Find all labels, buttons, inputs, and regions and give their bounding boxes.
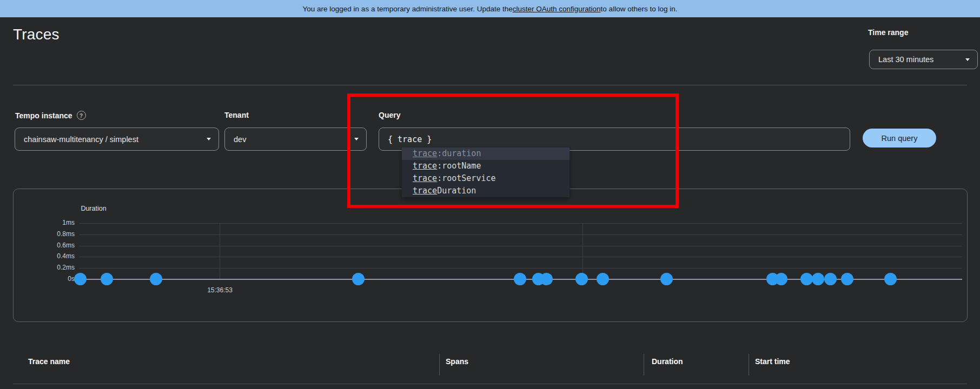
trace-point[interactable]: [660, 273, 673, 285]
chevron-down-icon: [207, 138, 211, 140]
y-axis-tick-label: 1ms: [37, 219, 75, 226]
tempo-instance-select[interactable]: chainsaw-multitenancy / simplest: [15, 128, 219, 151]
tempo-instance-value: chainsaw-multitenancy / simplest: [15, 135, 207, 144]
horizontal-gridline: [80, 223, 962, 224]
y-axis-tick-label: 0.8ms: [37, 230, 75, 238]
y-axis-tick-label: 0.4ms: [37, 252, 75, 260]
horizontal-gridline: [80, 234, 962, 235]
table-header-divider: [13, 384, 967, 384]
chevron-down-icon: [965, 58, 970, 61]
column-header-duration: Duration: [652, 357, 683, 366]
header-divider: [13, 85, 967, 85]
trace-point[interactable]: [824, 273, 837, 285]
trace-point[interactable]: [74, 273, 87, 285]
time-range-label: Time range: [868, 28, 908, 37]
run-query-button[interactable]: Run query: [863, 129, 936, 147]
column-header-trace-name: Trace name: [28, 357, 70, 366]
time-range-value: Last 30 minutes: [870, 55, 965, 64]
y-axis-tick-label: 0.2ms: [37, 264, 75, 271]
vertical-gridline: [220, 223, 220, 279]
trace-point[interactable]: [597, 273, 609, 285]
oauth-config-link[interactable]: cluster OAuth configuration: [513, 5, 601, 13]
trace-point[interactable]: [812, 273, 824, 285]
tenant-select[interactable]: dev: [224, 128, 367, 151]
autocomplete-item[interactable]: trace:duration: [402, 147, 570, 160]
autocomplete-item-rest: :rootService: [437, 173, 495, 183]
trace-point[interactable]: [540, 273, 553, 285]
query-autocomplete-panel: trace:durationtrace:rootNametrace:rootSe…: [402, 147, 570, 197]
temp-admin-banner: You are logged in as a temporary adminis…: [0, 0, 980, 17]
column-header-start-time: Start time: [755, 357, 790, 366]
autocomplete-item-prefix: trace: [413, 161, 437, 171]
autocomplete-item-rest: Duration: [437, 186, 476, 196]
y-axis-tick-label: 0.6ms: [37, 242, 75, 249]
trace-point[interactable]: [352, 273, 365, 285]
column-separator: [439, 354, 440, 375]
autocomplete-item-prefix: trace: [413, 149, 437, 158]
autocomplete-item-prefix: trace: [413, 186, 437, 196]
autocomplete-item-rest: :rootName: [437, 161, 481, 171]
banner-text-after: to allow others to log in.: [601, 5, 678, 13]
vertical-gridline: [582, 223, 583, 279]
duration-chart-card: Duration 1ms0.8ms0.6ms0.4ms0.2ms0s15:36:…: [13, 189, 968, 322]
x-axis-tick-label: 15:36:53: [190, 286, 249, 294]
page-title: Traces: [13, 26, 59, 43]
autocomplete-item-prefix: trace: [413, 173, 437, 183]
tempo-instance-label: Tempo instance ?: [15, 111, 86, 120]
time-range-select[interactable]: Last 30 minutes: [869, 50, 978, 69]
chevron-down-icon: [354, 138, 359, 140]
column-header-spans: Spans: [446, 357, 468, 366]
trace-point[interactable]: [150, 273, 162, 285]
help-icon[interactable]: ?: [77, 111, 86, 120]
trace-point[interactable]: [884, 273, 897, 285]
banner-text-before: You are logged in as a temporary adminis…: [303, 5, 513, 13]
autocomplete-item[interactable]: trace:rootName: [402, 160, 570, 172]
query-value: { trace }: [388, 135, 432, 144]
tenant-value: dev: [225, 135, 354, 144]
autocomplete-item[interactable]: traceDuration: [402, 185, 570, 197]
trace-point[interactable]: [841, 273, 853, 285]
autocomplete-item-rest: :duration: [437, 149, 481, 158]
trace-point[interactable]: [800, 273, 813, 285]
horizontal-gridline: [80, 257, 962, 257]
trace-point[interactable]: [101, 273, 113, 285]
trace-point[interactable]: [575, 273, 588, 285]
trace-point[interactable]: [775, 273, 787, 285]
horizontal-gridline: [80, 246, 962, 246]
column-separator: [644, 354, 644, 375]
traces-page: You are logged in as a temporary adminis…: [0, 0, 980, 389]
column-separator: [749, 354, 749, 375]
autocomplete-item[interactable]: trace:rootService: [402, 172, 570, 185]
chart-y-axis-title: Duration: [58, 205, 129, 212]
trace-point[interactable]: [514, 273, 526, 285]
tenant-label: Tenant: [224, 111, 249, 119]
query-label: Query: [379, 111, 400, 119]
y-axis-tick-label: 0s: [37, 275, 75, 283]
horizontal-gridline: [80, 268, 962, 269]
